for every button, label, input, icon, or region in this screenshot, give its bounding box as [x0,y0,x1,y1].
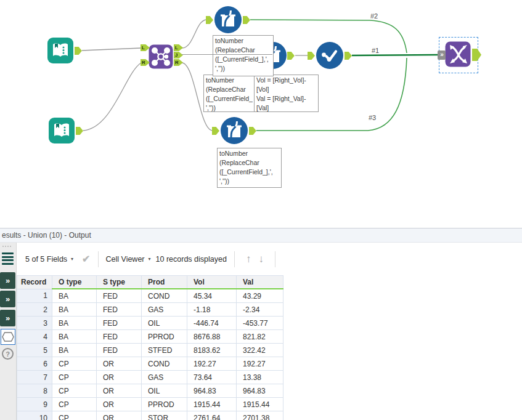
table-cell[interactable]: COND [142,289,187,303]
table-cell[interactable]: 2761.64 [187,411,237,420]
table-cell[interactable]: 45.34 [187,289,237,303]
union-tool[interactable] [445,41,471,70]
table-cell[interactable]: 964.83 [237,384,283,398]
workflow-canvas[interactable]: L R L J R [0,0,522,228]
table-cell[interactable]: CP [52,384,97,398]
table-cell[interactable]: FED [97,289,142,303]
cell-viewer-dropdown[interactable]: Cell Viewer [106,255,145,264]
join-tool[interactable] [149,44,173,71]
multi-field-formula-tool-top[interactable] [214,6,242,36]
table-cell[interactable]: BA [52,303,97,317]
column-header-val[interactable]: Val [237,276,283,289]
table-cell[interactable]: CP [52,357,97,371]
chevron-down-icon[interactable]: ▾ [149,256,151,262]
table-row[interactable]: 9CPORPPROD1915.441915.44 [17,398,283,411]
chevron-down-icon[interactable]: ▾ [71,256,73,262]
table-cell[interactable]: 192.27 [237,357,283,371]
table-cell[interactable]: STOR [142,411,187,420]
table-cell[interactable]: OR [97,384,142,398]
row-number-cell[interactable]: 10 [17,411,52,420]
table-cell[interactable]: 192.27 [187,357,237,371]
table-cell[interactable]: BA [52,330,97,344]
table-row[interactable]: 4BAFEDPPROD8676.88821.82 [17,330,283,344]
connection-label-3[interactable]: #3 [369,114,376,121]
wire-join-j-mff-middle[interactable] [182,54,272,55]
table-row[interactable]: 1BAFEDCOND45.3443.29 [17,289,283,303]
column-header-record[interactable]: Record [17,276,52,289]
arrow-down-icon[interactable]: ↓ [258,253,264,265]
table-cell[interactable]: 821.82 [237,330,283,344]
arrow-up-icon[interactable]: ↑ [246,253,251,265]
table-cell[interactable]: PPROD [142,398,187,411]
table-cell[interactable]: 8676.88 [187,330,237,344]
row-number-cell[interactable]: 6 [17,357,52,371]
connection-label-2[interactable]: #2 [370,12,378,20]
fields-dropdown[interactable]: 5 of 5 Fields [25,255,67,264]
table-cell[interactable]: OR [97,411,142,420]
table-cell[interactable]: FED [97,303,142,317]
multi-field-formula-tool-bottom[interactable] [221,117,248,147]
table-cell[interactable]: 1915.44 [187,398,237,411]
table-cell[interactable]: 43.29 [237,289,283,303]
union-input-anchor[interactable]: » [438,50,446,60]
table-cell[interactable]: OR [97,371,142,384]
table-cell[interactable]: PPROD [142,330,187,344]
table-cell[interactable]: -446.74 [187,317,237,330]
table-row[interactable]: 5BAFEDSTFED8183.62322.42 [17,344,283,357]
expand-panel-button-3[interactable]: » [0,310,15,326]
table-cell[interactable]: FED [97,344,142,357]
table-row[interactable]: 10CPORSTOR2761.642701.38 [17,411,283,420]
connection-label-1[interactable]: #1 [372,47,379,54]
column-header-prod[interactable]: Prod [142,276,187,289]
table-cell[interactable]: 1915.44 [237,398,283,411]
table-cell[interactable]: OIL [142,384,187,398]
row-number-cell[interactable]: 9 [17,398,52,411]
row-number-cell[interactable]: 2 [17,303,52,317]
table-row[interactable]: 8CPOROIL964.83964.83 [17,384,283,398]
table-cell[interactable]: -2.34 [237,303,283,317]
table-cell[interactable]: OIL [142,317,187,330]
table-cell[interactable]: BA [52,317,97,330]
table-cell[interactable]: GAS [142,371,187,384]
wire-input1-join[interactable] [82,48,141,50]
table-row[interactable]: 3BAFEDOIL-446.74-453.77 [17,317,283,330]
table-row[interactable]: 6CPORCOND192.27192.27 [17,357,283,371]
formula-tool[interactable] [316,42,343,71]
apply-check-icon[interactable]: ✔ [82,253,90,265]
row-number-cell[interactable]: 5 [17,344,52,357]
table-cell[interactable]: GAS [142,303,187,317]
table-cell[interactable]: BA [52,289,97,303]
table-cell[interactable]: 2701.38 [237,411,283,420]
table-cell[interactable]: 322.42 [237,344,283,357]
table-view-icon[interactable] [2,252,14,266]
table-cell[interactable]: OR [97,398,142,411]
wire-connection-1[interactable] [352,55,438,55]
row-number-cell[interactable]: 7 [17,371,52,384]
table-cell[interactable]: -453.77 [237,317,283,330]
table-row[interactable]: 2BAFEDGAS-1.18-2.34 [17,303,283,317]
table-cell[interactable]: -1.18 [187,303,237,317]
expand-panel-button-2[interactable]: » [0,291,15,307]
table-cell[interactable]: BA [52,344,97,357]
table-cell[interactable]: CP [52,398,97,411]
expand-panel-button-1[interactable]: » [0,272,15,289]
table-cell[interactable]: 73.64 [187,371,237,384]
table-cell[interactable]: OR [97,357,142,371]
table-cell[interactable]: FED [97,330,142,344]
row-number-cell[interactable]: 8 [17,384,52,398]
table-cell[interactable]: CP [52,371,97,384]
row-number-cell[interactable]: 3 [17,317,52,330]
input-data-tool-1[interactable] [47,37,74,67]
table-cell[interactable]: 8183.62 [187,344,237,357]
column-header-vol[interactable]: Vol [187,276,237,289]
wire-input2-join[interactable] [83,63,141,131]
table-cell[interactable]: 964.83 [187,384,237,398]
table-cell[interactable]: STFED [142,344,187,357]
hexagon-view-button[interactable] [1,329,15,345]
table-cell[interactable]: CP [52,411,97,420]
column-header-o-type[interactable]: O type [52,276,97,289]
wire-join-l-formula-top[interactable] [182,20,206,48]
row-number-cell[interactable]: 1 [17,289,52,303]
table-cell[interactable]: 13.38 [237,371,283,384]
table-row[interactable]: 7CPORGAS73.6413.38 [17,371,283,384]
